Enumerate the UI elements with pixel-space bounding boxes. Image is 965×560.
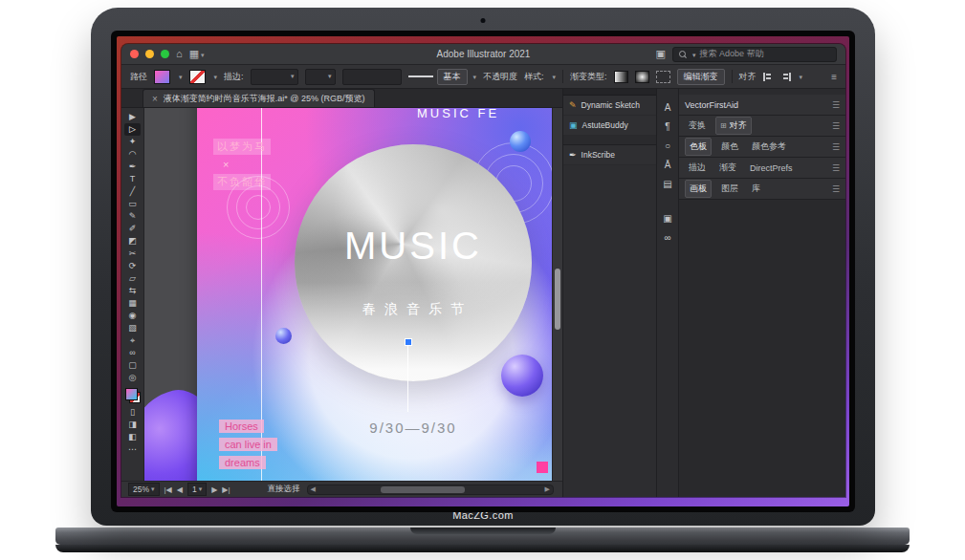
tab-color[interactable]: 颜色 bbox=[717, 139, 742, 155]
scroll-right-icon[interactable]: ▶ bbox=[545, 485, 550, 493]
scale-tool[interactable]: ▱ bbox=[124, 272, 141, 285]
artboards-panel-icon[interactable]: ▣ bbox=[663, 213, 671, 224]
minimize-window-button[interactable] bbox=[145, 50, 154, 58]
draw-normal-mode-icon[interactable]: ▯ bbox=[124, 406, 141, 419]
eraser-tool[interactable]: ◩ bbox=[124, 235, 141, 248]
vertical-scrollbar-thumb[interactable] bbox=[555, 269, 560, 330]
close-tab-icon[interactable]: × bbox=[152, 94, 158, 104]
blend-tool[interactable]: ∞ bbox=[124, 347, 141, 359]
scissors-tool[interactable]: ✂ bbox=[124, 248, 141, 260]
perspective-grid-tool[interactable]: ▦ bbox=[124, 297, 141, 310]
linear-gradient-button[interactable] bbox=[614, 71, 628, 83]
links-panel-icon[interactable]: ∞ bbox=[664, 232, 670, 243]
search-scope-caret-icon[interactable] bbox=[691, 50, 696, 59]
tab-artboards[interactable]: 画板 bbox=[685, 180, 712, 198]
search-input[interactable]: 搜索 Adobe 帮助 bbox=[672, 47, 837, 62]
pen-tool[interactable]: ✒ bbox=[124, 161, 141, 173]
gradient-annotator-handle[interactable] bbox=[405, 338, 412, 346]
tab-transform[interactable]: 变换 bbox=[685, 118, 710, 134]
mesh-tool[interactable]: ◉ bbox=[124, 310, 141, 322]
fill-proxy-swatch[interactable] bbox=[125, 388, 138, 400]
width-tool[interactable]: ⇆ bbox=[124, 285, 141, 297]
horizontal-scrollbar-track[interactable]: ◀ ▶ bbox=[307, 485, 554, 495]
draw-inside-mode-icon[interactable]: ◧ bbox=[124, 431, 141, 443]
draw-behind-mode-icon[interactable]: ◨ bbox=[124, 419, 141, 431]
brush-caret-icon[interactable] bbox=[472, 72, 477, 81]
edit-gradient-button[interactable]: 编辑渐变 bbox=[677, 69, 725, 85]
variable-width-dropdown[interactable] bbox=[305, 69, 336, 85]
first-artboard-button[interactable]: |◀ bbox=[164, 485, 172, 494]
line-segment-tool[interactable]: ╱ bbox=[124, 185, 141, 198]
paragraph-panel-icon[interactable]: ¶ bbox=[665, 121, 669, 132]
opacity-label[interactable]: 不透明度 bbox=[483, 71, 517, 83]
character-panel-icon[interactable]: A bbox=[665, 102, 671, 113]
last-artboard-button[interactable]: ▶| bbox=[222, 485, 230, 494]
horizontal-scrollbar-thumb[interactable] bbox=[381, 486, 464, 493]
stroke-color-swatch[interactable] bbox=[189, 70, 206, 84]
panel-menu-icon[interactable]: ☰ bbox=[832, 184, 840, 194]
artboard-tool[interactable]: ▢ bbox=[124, 359, 141, 372]
panel-menu-icon[interactable]: ☰ bbox=[832, 163, 840, 173]
tab-align[interactable]: ⊞对齐 bbox=[715, 117, 752, 135]
stroke-weight-dropdown[interactable] bbox=[251, 69, 298, 85]
panel-astutebuddy[interactable]: ▣ AstuteBuddy bbox=[563, 116, 656, 136]
document-tab[interactable]: × 液体渐变简约时尚音乐节海报.ai* @ 25% (RGB/预览) bbox=[143, 89, 375, 107]
rotate-tool[interactable]: ⟳ bbox=[124, 260, 141, 272]
canvas[interactable]: MUSIC FE 以梦为马 × 不负韶华 bbox=[144, 108, 562, 481]
zoom-tool[interactable]: ◎ bbox=[124, 372, 141, 384]
zoom-level-dropdown[interactable]: 25% bbox=[128, 483, 160, 496]
fill-caret-icon[interactable] bbox=[177, 72, 183, 81]
edit-toolbar-icon[interactable]: ⋯ bbox=[124, 443, 141, 456]
panel-dynamic-sketch[interactable]: ✎ Dynamic Sketch bbox=[563, 96, 656, 116]
appearance-panel-icon[interactable]: ▤ bbox=[663, 179, 671, 189]
eyedropper-tool[interactable]: ⌖ bbox=[124, 334, 141, 347]
panel-vectorfirstaid[interactable]: VectorFirstAid bbox=[685, 100, 738, 110]
tab-gradient[interactable]: 渐变 bbox=[715, 160, 740, 176]
tab-stroke[interactable]: 描边 bbox=[685, 160, 710, 176]
align-left-icon[interactable] bbox=[763, 73, 774, 81]
artboard-number-dropdown[interactable]: 1 bbox=[187, 483, 207, 496]
rectangle-tool[interactable]: ▭ bbox=[124, 198, 141, 210]
brush-preview[interactable]: 基本 bbox=[408, 69, 477, 85]
artboard-poster[interactable]: MUSIC FE 以梦为马 × 不负韶华 bbox=[197, 108, 557, 481]
tab-color-guide[interactable]: 颜色参考 bbox=[748, 139, 790, 155]
tab-layers[interactable]: 图层 bbox=[717, 181, 742, 197]
stroke-caret-icon[interactable] bbox=[212, 72, 218, 81]
stroke-panel-icon[interactable]: ○ bbox=[665, 140, 670, 151]
brush-definition-dropdown[interactable] bbox=[342, 69, 402, 85]
panel-menu-icon[interactable]: ☰ bbox=[832, 142, 840, 152]
panel-inkscribe[interactable]: ✒ InkScribe bbox=[563, 145, 656, 165]
pencil-tool[interactable]: ✐ bbox=[124, 223, 141, 235]
type-tool[interactable]: T bbox=[124, 173, 141, 185]
glyphs-panel-icon[interactable]: Ā bbox=[665, 160, 671, 170]
zoom-window-button[interactable] bbox=[161, 50, 169, 58]
arrange-documents-icon[interactable]: ▦ bbox=[189, 49, 205, 59]
home-icon[interactable]: ⌂ bbox=[176, 49, 183, 59]
fill-stroke-indicator[interactable] bbox=[125, 388, 141, 403]
close-window-button[interactable] bbox=[130, 50, 139, 58]
scroll-left-icon[interactable]: ◀ bbox=[311, 485, 316, 493]
vertical-scrollbar-track[interactable] bbox=[552, 108, 562, 481]
fill-color-swatch[interactable] bbox=[154, 70, 170, 84]
gradient-tool[interactable]: ▧ bbox=[124, 322, 141, 334]
previous-artboard-button[interactable]: ◀ bbox=[177, 485, 183, 494]
magic-wand-tool[interactable]: ✦ bbox=[124, 136, 141, 148]
tab-libraries[interactable]: 库 bbox=[748, 181, 764, 197]
selection-tool[interactable]: ▶ bbox=[124, 111, 141, 123]
align-right-icon[interactable] bbox=[780, 73, 791, 81]
panel-menu-icon[interactable]: ☰ bbox=[832, 100, 840, 110]
next-artboard-button[interactable]: ▶ bbox=[211, 485, 217, 494]
paintbrush-tool[interactable]: ✎ bbox=[124, 210, 141, 223]
direct-selection-tool[interactable]: ▷ bbox=[124, 123, 141, 136]
radial-gradient-button[interactable] bbox=[635, 71, 649, 83]
brush-name-button[interactable]: 基本 bbox=[437, 69, 468, 85]
style-caret-icon[interactable] bbox=[551, 72, 557, 81]
panel-menu-icon[interactable]: ☰ bbox=[832, 121, 840, 131]
control-bar-menu-icon[interactable]: ≡ bbox=[831, 72, 837, 82]
align-caret-icon[interactable] bbox=[798, 72, 803, 81]
tab-swatches[interactable]: 色板 bbox=[685, 138, 712, 156]
tab-directprefs[interactable]: DirectPrefs bbox=[746, 162, 797, 175]
lasso-tool[interactable]: ◠ bbox=[124, 148, 141, 161]
freeform-gradient-button[interactable] bbox=[656, 71, 670, 83]
workspace-switcher-icon[interactable]: ▣ bbox=[656, 49, 666, 59]
